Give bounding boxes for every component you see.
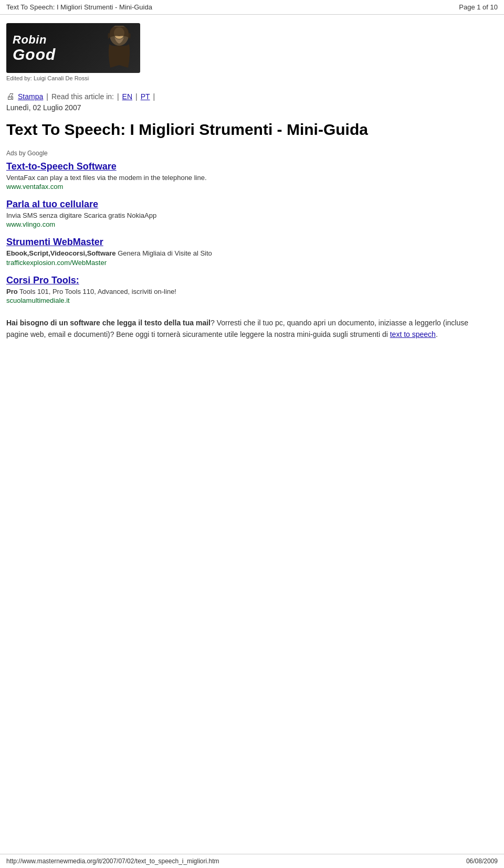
separator-1: |: [46, 92, 48, 101]
body-p1-bold: Hai bisogno di un software che legga il …: [6, 319, 211, 327]
separator-2: |: [117, 92, 119, 101]
print-icon: 🖨: [6, 92, 15, 101]
ad-3-title[interactable]: Strumenti WebMaster: [6, 237, 491, 248]
ad-4-title[interactable]: Corsi Pro Tools:: [6, 275, 491, 286]
ad-item-4: Corsi Pro Tools: Pro Tools 101, Pro Tool…: [6, 275, 491, 304]
body-paragraph-1: Hai bisogno di un software che legga il …: [6, 317, 491, 341]
logo-edited-by: Edited by: Luigi Canali De Rossi: [6, 75, 491, 81]
ad-item-3: Strumenti WebMaster Ebook,Script,Videoco…: [6, 237, 491, 266]
ad-3-desc-bold: Ebook,Script,Videocorsi,Software: [6, 249, 116, 257]
bottom-url: http://www.masternewmedia.org/it/2007/07…: [6, 858, 219, 865]
ad-2-desc: Invia SMS senza digitare Scarica gratis …: [6, 211, 156, 219]
read-in-label: Read this article in:: [51, 92, 114, 101]
ad-2-url[interactable]: www.vlingo.com: [6, 220, 491, 228]
ad-1-desc: VentaFax can play a text files via the m…: [6, 174, 207, 182]
separator-pipe-2: |: [153, 92, 155, 101]
ad-4-desc: Pro Tools 101, Pro Tools 110, Advanced, …: [6, 288, 176, 295]
lang-pt-link[interactable]: PT: [141, 92, 150, 101]
ad-1-url[interactable]: www.ventafax.com: [6, 183, 491, 190]
body-section: Hai bisogno di un software che legga il …: [6, 317, 491, 341]
body-p1-end: .: [436, 330, 438, 338]
ad-item-2: Parla al tuo cellulare Invia SMS senza d…: [6, 199, 491, 228]
separator-pipe: |: [135, 92, 138, 101]
lang-en-link[interactable]: EN: [122, 92, 132, 101]
bottom-date: 06/08/2009: [466, 858, 498, 865]
ad-2-title[interactable]: Parla al tuo cellulare: [6, 199, 491, 210]
top-bar: Text To Speech: I Migliori Strumenti - M…: [0, 0, 504, 15]
nav-line: 🖨 Stampa | Read this article in: | EN | …: [6, 92, 491, 101]
text-to-speech-link[interactable]: text to speech: [390, 330, 436, 338]
article-title: Text To Speech: I Migliori Strumenti - M…: [6, 120, 491, 139]
ad-1-title[interactable]: Text-to-Speech Software: [6, 161, 491, 172]
article-date: Lunedì, 02 Luglio 2007: [6, 103, 491, 112]
logo-good: Good: [13, 47, 56, 62]
stampa-link[interactable]: Stampa: [18, 92, 43, 101]
logo-figure-icon: [105, 26, 134, 69]
logo-text: Robin Good: [13, 34, 56, 62]
logo-area: Robin Good Edited by: Luigi Canali De Ro…: [6, 23, 491, 81]
ad-item-1: Text-to-Speech Software VentaFax can pla…: [6, 161, 491, 190]
ad-3-desc: Ebook,Script,Videocorsi,Software Genera …: [6, 249, 212, 257]
ad-4-url[interactable]: scuolamultimediale.it: [6, 297, 491, 304]
ad-4-desc-bold: Pro: [6, 288, 18, 295]
ad-3-desc-rest: Genera Migliaia di Visite al Sito: [116, 249, 212, 257]
ad-4-desc-rest: Tools 101, Pro Tools 110, Advanced, iscr…: [18, 288, 176, 295]
ads-section: Ads by Google Text-to-Speech Software Ve…: [6, 150, 491, 304]
main-content: Robin Good Edited by: Luigi Canali De Ro…: [0, 15, 504, 354]
ads-label: Ads by Google: [6, 150, 491, 157]
logo-robin: Robin: [13, 34, 56, 46]
page-number: Page 1 of 10: [459, 3, 498, 11]
logo-box: Robin Good: [6, 23, 140, 73]
bottom-bar: http://www.masternewmedia.org/it/2007/07…: [0, 854, 504, 868]
browser-tab-title: Text To Speech: I Migliori Strumenti - M…: [6, 3, 152, 11]
ad-3-url[interactable]: traffickexplosion.com/WebMaster: [6, 259, 491, 267]
ad-2-desc-text: Invia SMS senza digitare Scarica gratis …: [6, 211, 156, 219]
